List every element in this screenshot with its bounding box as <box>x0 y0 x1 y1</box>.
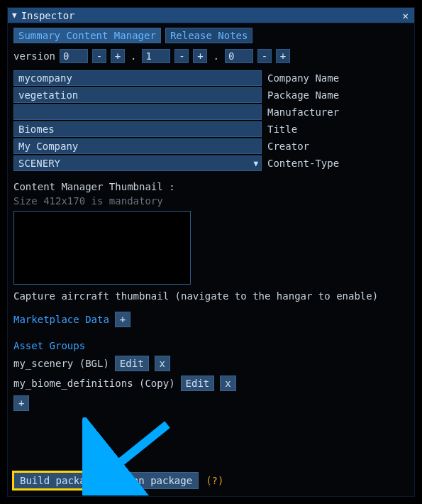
close-icon[interactable]: ✕ <box>401 10 410 21</box>
footer-help-link[interactable]: (?) <box>203 475 223 486</box>
asset-group-name: my_scenery (BGL) <box>13 358 109 369</box>
titlebar[interactable]: ▼ Inspector ✕ <box>8 8 414 23</box>
version-minor-field[interactable]: 1 <box>142 49 170 63</box>
marketplace-data-heading[interactable]: Marketplace Data <box>13 314 109 325</box>
version-row: version 0 - + . 1 - + . 0 - + <box>13 49 409 63</box>
asset-group-remove-button[interactable]: x <box>155 356 170 371</box>
version-patch-field[interactable]: 0 <box>225 49 253 63</box>
field-package-name: vegetation Package Name <box>13 87 409 103</box>
clean-package-button[interactable]: Clean package <box>109 472 199 489</box>
field-title: Biomes Title <box>13 121 409 137</box>
package-name-input[interactable]: vegetation <box>13 87 262 103</box>
manufacturer-label: Manufacturer <box>267 106 339 118</box>
marketplace-add-button[interactable]: + <box>115 312 131 327</box>
creator-input[interactable]: My Company <box>13 138 262 154</box>
thumbnail-size-hint: Size 412x170 is mandatory <box>13 195 409 207</box>
creator-label: Creator <box>267 141 309 152</box>
version-dot-2: . <box>211 50 220 62</box>
version-major-field[interactable]: 0 <box>60 49 88 63</box>
asset-groups-heading: Asset Groups <box>13 340 409 351</box>
version-patch-plus-button[interactable]: + <box>276 49 290 63</box>
field-manufacturer: Manufacturer <box>13 104 409 120</box>
thumbnail-preview[interactable] <box>13 211 191 285</box>
title-input[interactable]: Biomes <box>13 121 262 137</box>
asset-group-remove-button[interactable]: x <box>220 376 235 391</box>
version-major-minus-button[interactable]: - <box>92 49 106 63</box>
version-dot-1: . <box>129 50 138 62</box>
asset-group-row: my_scenery (BGL) Edit x <box>13 356 409 371</box>
meta-fields: mycompany Company Name vegetation Packag… <box>13 70 409 171</box>
version-patch-minus-button[interactable]: - <box>257 49 272 63</box>
content-type-label: Content-Type <box>267 158 339 169</box>
version-minor-plus-button[interactable]: + <box>193 49 207 63</box>
field-company-name: mycompany Company Name <box>13 70 409 86</box>
version-minor-minus-button[interactable]: - <box>174 49 189 63</box>
asset-group-row: my_biome_definitions (Copy) Edit x <box>13 376 409 391</box>
inspector-body: Summary Content Manager Release Notes ve… <box>8 23 414 496</box>
chevron-down-icon: ▼ <box>253 159 258 168</box>
field-content-type: SCENERY ▼ Content-Type <box>13 155 409 171</box>
footer: Build package Clean package (?) <box>13 472 409 491</box>
title-label: Title <box>267 124 297 135</box>
thumbnail-caption: Capture aircraft thumbnail (navigate to … <box>13 290 409 302</box>
build-package-button[interactable]: Build package <box>13 472 104 489</box>
tabs: Summary Content Manager Release Notes <box>13 28 409 43</box>
inspector-window: ▼ Inspector ✕ Summary Content Manager Re… <box>7 7 415 497</box>
manufacturer-input[interactable] <box>13 104 262 120</box>
tab-summary-content-manager[interactable]: Summary Content Manager <box>13 28 161 43</box>
version-major-plus-button[interactable]: + <box>111 49 125 63</box>
company-name-input[interactable]: mycompany <box>13 70 262 86</box>
asset-group-name: my_biome_definitions (Copy) <box>13 378 175 389</box>
content-type-select[interactable]: SCENERY ▼ <box>13 155 262 171</box>
company-name-label: Company Name <box>267 72 339 84</box>
collapse-triangle-icon[interactable]: ▼ <box>12 11 17 20</box>
asset-group-edit-button[interactable]: Edit <box>115 356 149 371</box>
marketplace-data-heading-row: Marketplace Data + <box>13 312 409 327</box>
field-creator: My Company Creator <box>13 138 409 154</box>
asset-group-edit-button[interactable]: Edit <box>181 376 215 391</box>
window-title: Inspector <box>21 10 75 21</box>
asset-group-add-button[interactable]: + <box>13 395 29 411</box>
thumbnail-heading: Content Manager Thumbnail : <box>13 181 409 192</box>
version-label: version <box>13 50 55 62</box>
tab-release-notes[interactable]: Release Notes <box>165 28 253 43</box>
asset-group-add-row: + <box>13 395 409 411</box>
content-type-value: SCENERY <box>18 158 60 169</box>
package-name-label: Package Name <box>267 89 339 101</box>
